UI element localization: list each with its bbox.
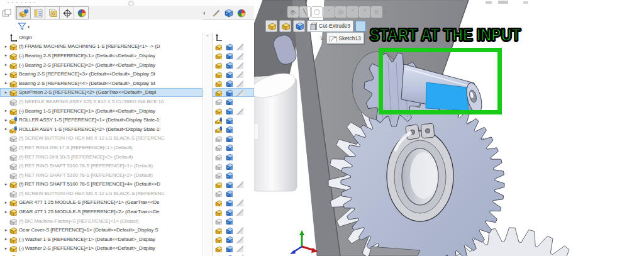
expand-arrow-icon[interactable]: ▸ bbox=[3, 90, 9, 95]
hide-show-cell[interactable] bbox=[213, 52, 223, 59]
appearance-cell[interactable] bbox=[234, 244, 245, 252]
tab-displaymanager[interactable] bbox=[74, 6, 89, 19]
hide-show-cell[interactable] bbox=[213, 181, 223, 188]
expand-arrow-icon[interactable]: ▸ bbox=[3, 246, 9, 251]
hide-show-cell[interactable] bbox=[213, 97, 223, 105]
hide-show-cell[interactable] bbox=[213, 226, 223, 234]
tree-item[interactable]: (f) SCREW BUTTON HD HEX M6 X 12 LG BLACK… bbox=[0, 189, 203, 198]
scroll-up-arrow[interactable]: ⌃ bbox=[204, 34, 211, 40]
hide-show-cell[interactable] bbox=[213, 70, 223, 78]
display-mode-cell[interactable] bbox=[223, 189, 234, 197]
display-mode-cell[interactable] bbox=[223, 171, 234, 179]
filter-funnel-icon[interactable] bbox=[17, 21, 27, 31]
breadcrumb-body-button[interactable] bbox=[293, 20, 305, 32]
tree-item[interactable]: ▸Bearing 2-S [REFERENCE]<4> (Default<<De… bbox=[0, 79, 203, 88]
breadcrumb-part-button[interactable] bbox=[279, 20, 291, 32]
display-mode-cell[interactable] bbox=[223, 116, 234, 124]
tree-item[interactable]: (f) SCREW BUTTON HD HEX M6 X 12 LG BLACK… bbox=[0, 134, 203, 143]
tree-scrollbar[interactable]: ⌃ bbox=[203, 33, 212, 256]
appearance-cell[interactable] bbox=[234, 61, 245, 69]
tree-item[interactable]: (f) RET RING SHAFT 5100 78-S [REFERENCE]… bbox=[0, 170, 203, 180]
expand-arrow-icon[interactable]: ▸ bbox=[3, 44, 9, 49]
tree-item[interactable]: ▸(-) Bearing 2-S [REFERENCE]<2> (Default… bbox=[0, 60, 203, 70]
sketch-tool-button[interactable]: ╲ bbox=[299, 6, 311, 18]
hide-show-cell[interactable] bbox=[213, 107, 223, 114]
tree-item[interactable]: ▸GEAR 47T 1 25 MODULE-S [REFERENCE]<2> (… bbox=[0, 207, 203, 216]
tree-item[interactable]: ▸GEAR 47T 1 25 MODULE-S [REFERENCE]<1> (… bbox=[0, 198, 203, 208]
hide-show-cell[interactable] bbox=[213, 217, 223, 225]
sketch-tool-button[interactable]: ◎ bbox=[371, 6, 382, 18]
tree-item[interactable]: ▸ROLLER ASSY 1-S [REFERENCE]<2> (Default… bbox=[0, 125, 203, 134]
pane-header-slash-icon[interactable] bbox=[211, 8, 221, 18]
breadcrumb-part-button[interactable] bbox=[265, 20, 277, 32]
display-mode-cell[interactable] bbox=[223, 97, 234, 105]
sketch-tool-button[interactable]: ⌃ bbox=[347, 6, 358, 18]
toolbar-more-arrow[interactable]: ▸ bbox=[384, 9, 387, 15]
breadcrumb-feature-chip[interactable]: Cut-Extrude3 bbox=[307, 20, 353, 32]
flyout-tree-icon[interactable] bbox=[2, 8, 12, 18]
tree-item-origin[interactable]: Origin bbox=[0, 33, 203, 42]
display-mode-cell[interactable] bbox=[223, 135, 234, 142]
tab-propertymanager[interactable] bbox=[30, 6, 45, 19]
display-mode-cell[interactable] bbox=[223, 199, 234, 206]
display-mode-cell[interactable] bbox=[223, 61, 234, 69]
appearance-cell[interactable] bbox=[234, 107, 245, 115]
expand-arrow-icon[interactable]: ▸ bbox=[3, 53, 9, 58]
tree-item[interactable]: ▸(-) Washer 2-S [REFERENCE]<2> (Default<… bbox=[0, 253, 203, 256]
pane-header-cube-icon[interactable] bbox=[223, 8, 234, 18]
sketch-tool-button[interactable]: ◎ bbox=[287, 6, 299, 18]
appearance-cell[interactable] bbox=[234, 70, 245, 78]
expand-arrow-icon[interactable]: ▸ bbox=[3, 118, 9, 123]
hide-show-cell[interactable] bbox=[213, 43, 223, 50]
hide-show-cell[interactable] bbox=[213, 135, 223, 142]
hide-show-cell[interactable] bbox=[213, 61, 223, 69]
expand-arrow-icon[interactable]: ▸ bbox=[3, 126, 9, 131]
hide-show-cell[interactable] bbox=[213, 189, 223, 197]
tree-item[interactable]: ▸(-) Washer 1-S [REFERENCE]<1> (Default<… bbox=[0, 235, 203, 244]
hide-show-cell[interactable] bbox=[213, 235, 223, 243]
appearance-cell[interactable] bbox=[234, 79, 245, 87]
tab-dimxpertmanager[interactable] bbox=[59, 6, 74, 19]
expand-arrow-icon[interactable]: ▸ bbox=[3, 108, 9, 113]
collapse-pane-chevron[interactable]: ‹ bbox=[203, 9, 206, 16]
pane-header-wheel-icon[interactable] bbox=[236, 8, 247, 18]
appearance-cell[interactable] bbox=[234, 52, 245, 60]
hide-show-cell[interactable] bbox=[213, 153, 223, 160]
display-mode-cell[interactable] bbox=[223, 143, 234, 151]
filter-dropdown-caret[interactable]: ▾ bbox=[28, 25, 30, 29]
hide-show-cell[interactable] bbox=[213, 79, 223, 87]
expand-arrow-icon[interactable]: ▸ bbox=[3, 81, 9, 86]
appearance-cell[interactable] bbox=[234, 180, 245, 188]
appearance-cell[interactable] bbox=[234, 208, 245, 216]
tab-featuremanager[interactable] bbox=[16, 6, 31, 19]
display-mode-cell[interactable] bbox=[223, 217, 234, 225]
expand-arrow-icon[interactable]: ▸ bbox=[3, 62, 9, 67]
expand-arrow-icon[interactable]: ▸ bbox=[3, 228, 9, 233]
hide-show-cell[interactable] bbox=[213, 89, 223, 96]
display-mode-cell[interactable] bbox=[223, 70, 234, 78]
hide-show-cell[interactable] bbox=[213, 162, 223, 170]
sketch-tool-button[interactable]: ⌃ bbox=[323, 6, 335, 18]
hide-show-cell[interactable] bbox=[213, 171, 223, 179]
tree-item[interactable]: (f) RET RING DHI 30-S [REFERENCE]<2> (De… bbox=[0, 152, 203, 162]
hide-show-cell[interactable] bbox=[213, 245, 223, 252]
tree-item[interactable]: ▸Bearing 2-S [REFERENCE]<3> (Default<<De… bbox=[0, 69, 203, 79]
expand-arrow-icon[interactable]: ▸ bbox=[3, 200, 9, 205]
appearance-cell[interactable] bbox=[234, 42, 245, 50]
expand-arrow-icon[interactable]: ▸ bbox=[3, 182, 9, 187]
display-mode-cell[interactable] bbox=[223, 162, 234, 170]
display-mode-cell[interactable] bbox=[223, 52, 234, 59]
display-mode-cell[interactable] bbox=[223, 79, 234, 87]
tree-item[interactable]: (f) NEEDLE BEARING ASSY 625 X 812 X 5 CL… bbox=[0, 97, 203, 106]
hide-show-cell[interactable] bbox=[213, 125, 223, 133]
display-mode-cell[interactable] bbox=[223, 226, 234, 234]
display-mode-cell[interactable] bbox=[223, 245, 234, 252]
display-mode-cell[interactable] bbox=[223, 43, 234, 50]
display-mode-cell[interactable] bbox=[223, 235, 234, 243]
display-mode-cell[interactable] bbox=[223, 153, 234, 160]
tree-item[interactable]: ▸(-) Washer 2-S [REFERENCE]<1> (Default<… bbox=[0, 244, 203, 253]
hide-show-cell[interactable] bbox=[213, 199, 223, 206]
tree-item[interactable]: (f) BIC Machine-Factory-S [REFERENCE]<1>… bbox=[0, 216, 203, 226]
display-mode-cell[interactable] bbox=[223, 107, 234, 114]
expand-arrow-icon[interactable]: ▸ bbox=[3, 72, 9, 77]
